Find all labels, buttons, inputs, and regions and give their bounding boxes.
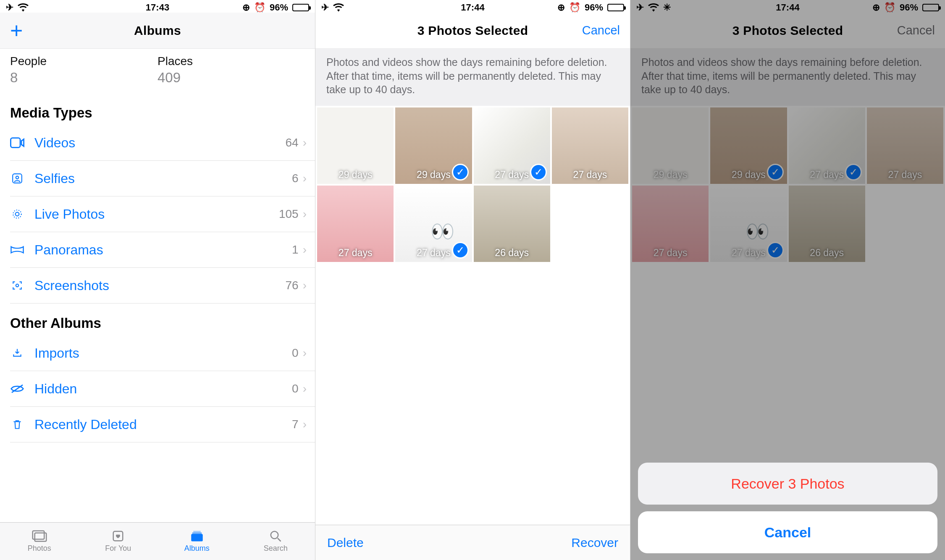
other-albums-list: Imports 0 › Hidden 0 › Recently Deleted … [0,335,315,442]
svg-rect-0 [10,138,20,148]
albums-icon [189,530,205,542]
row-recently-deleted[interactable]: Recently Deleted 7 › [10,407,315,442]
tab-label: Albums [184,544,210,553]
nav-title: 3 Photos Selected [417,24,528,38]
action-sheet-pane: ✈︎ ✳︎ 17:44 ⊕ ⏰ 96% 3 Photos Selected Ca… [630,0,945,560]
selection-navbar: 3 Photos Selected Cancel [315,13,630,49]
action-sheet: Recover 3 Photos Cancel [638,456,937,553]
photo-thumb[interactable]: 27 days [317,186,394,262]
wifi-icon [18,3,29,12]
cancel-button[interactable]: Cancel [582,24,620,37]
import-icon [10,348,34,359]
row-selfies[interactable]: Selfies 6 › [10,161,315,196]
svg-point-4 [13,210,21,218]
svg-point-13 [271,531,278,539]
row-label: Selfies [34,171,292,186]
row-count: 7 [292,418,299,431]
panorama-icon [10,244,34,255]
deletion-note: Photos and videos show the days remainin… [315,49,630,106]
section-media-types: Media Types [0,93,315,125]
albums-pane: ✈︎ 17:43 ⊕ ⏰ 96% + Albums People 8 Place… [0,0,315,560]
photo-thumb[interactable]: 26 days [474,186,550,262]
row-count: 0 [292,346,299,360]
svg-rect-11 [192,532,202,534]
section-other-albums: Other Albums [0,304,315,335]
photo-thumb[interactable]: 27 days✓ [474,107,550,184]
alarm-icon: ⏰ [254,2,265,13]
battery-pct: 96% [270,2,288,13]
tab-photos[interactable]: Photos [0,523,79,560]
alarm-icon: ⏰ [569,2,580,13]
photo-thumb[interactable]: 29 days✓ [395,107,472,184]
wifi-icon [333,3,344,12]
screenshot-icon [10,280,34,291]
delete-button[interactable]: Delete [327,536,364,550]
chevron-right-icon: › [303,172,307,185]
row-label: Imports [34,345,292,361]
eyes-emoji: 👀 [430,220,454,243]
recover-button[interactable]: Recover [571,536,618,550]
selection-pane: ✈︎ 17:44 ⊕ ⏰ 96% 3 Photos Selected Cance… [315,0,630,560]
nav-title: Albums [134,24,181,38]
chevron-right-icon: › [303,279,307,292]
row-label: Live Photos [34,207,279,222]
recover-photos-button[interactable]: Recover 3 Photos [638,463,937,505]
row-label: Hidden [34,381,292,397]
svg-point-5 [16,284,19,287]
row-videos[interactable]: Videos 64 › [10,125,315,161]
airplane-icon: ✈︎ [321,2,329,13]
row-live-photos[interactable]: Live Photos 105 › [10,196,315,232]
selfie-icon [10,173,34,184]
row-count: 105 [279,207,299,221]
row-count: 6 [292,172,299,185]
albums-content: People 8 Places 409 Media Types Videos 6… [0,49,315,522]
photo-thumb[interactable]: 27 days [552,107,628,184]
bottom-toolbar: Delete Recover [315,525,630,560]
row-screenshots[interactable]: Screenshots 76 › [10,268,315,304]
tab-search[interactable]: Search [236,523,315,560]
row-count: 1 [292,243,299,256]
selected-checkmark-icon: ✓ [452,242,469,259]
media-types-list: Videos 64 › Selfies 6 › Live Photos 105 … [0,125,315,304]
row-label: Recently Deleted [34,417,292,432]
days-remaining-label: 26 days [474,247,550,259]
selected-checkmark-icon: ✓ [452,164,469,181]
for-you-icon [111,530,125,542]
row-count: 0 [292,382,299,395]
chevron-right-icon: › [303,243,307,256]
airplane-icon: ✈︎ [6,2,13,13]
tab-bar: Photos For You Albums Search [0,522,315,560]
svg-point-2 [16,176,19,179]
tab-albums[interactable]: Albums [158,523,236,560]
photo-grid: 29 days29 days✓27 days✓27 days27 days27 … [315,106,630,264]
orientation-lock-icon: ⊕ [242,2,250,13]
sheet-cancel-button[interactable]: Cancel [638,511,937,553]
selected-checkmark-icon: ✓ [530,164,547,181]
hidden-icon [10,383,34,394]
live-photos-icon [10,209,34,220]
people-label: People [10,55,158,68]
chevron-right-icon: › [303,346,307,360]
chevron-right-icon: › [303,136,307,149]
people-count: 8 [10,70,158,86]
row-imports[interactable]: Imports 0 › [10,335,315,371]
chevron-right-icon: › [303,207,307,221]
tab-label: For You [105,544,131,553]
row-panoramas[interactable]: Panoramas 1 › [10,232,315,268]
photo-thumb[interactable]: 29 days [317,107,394,184]
places-count: 409 [158,70,305,86]
video-icon [10,137,34,148]
days-remaining-label: 27 days [552,169,628,181]
tab-label: Photos [28,544,51,553]
row-count: 76 [286,279,299,292]
tab-for-you[interactable]: For You [79,523,158,560]
albums-navbar: + Albums [0,13,315,49]
photos-icon [32,530,47,542]
row-label: Panoramas [34,242,292,258]
trash-icon [10,419,34,430]
battery-icon [607,4,624,11]
svg-point-3 [16,212,19,216]
row-hidden[interactable]: Hidden 0 › [10,371,315,407]
status-time: 17:44 [461,2,484,13]
photo-thumb[interactable]: 27 days👀✓ [395,186,472,262]
